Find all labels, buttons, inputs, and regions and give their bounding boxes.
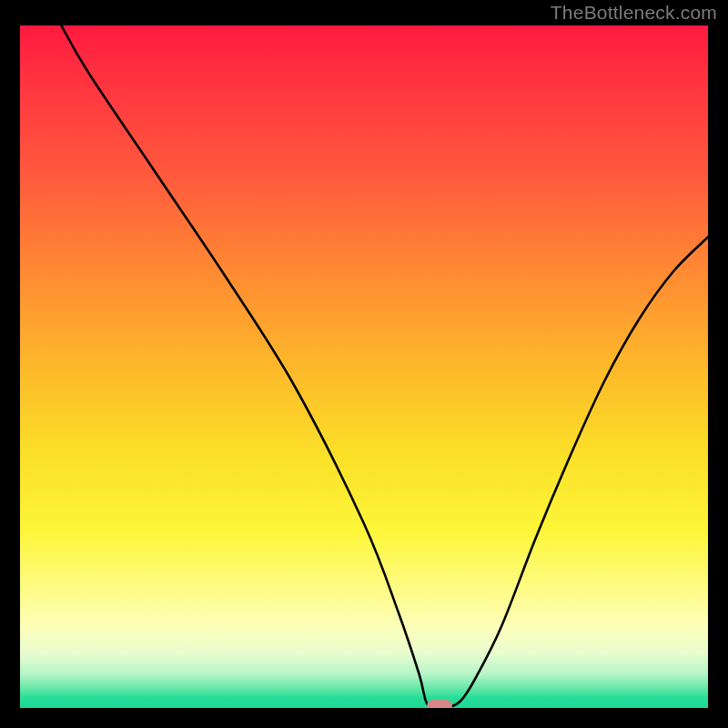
curve-path <box>61 25 708 708</box>
optimum-marker <box>427 700 452 708</box>
plot-area <box>20 25 708 708</box>
chart-container: TheBottleneck.com <box>0 0 728 728</box>
watermark-text: TheBottleneck.com <box>551 2 717 24</box>
bottleneck-curve <box>20 25 708 708</box>
